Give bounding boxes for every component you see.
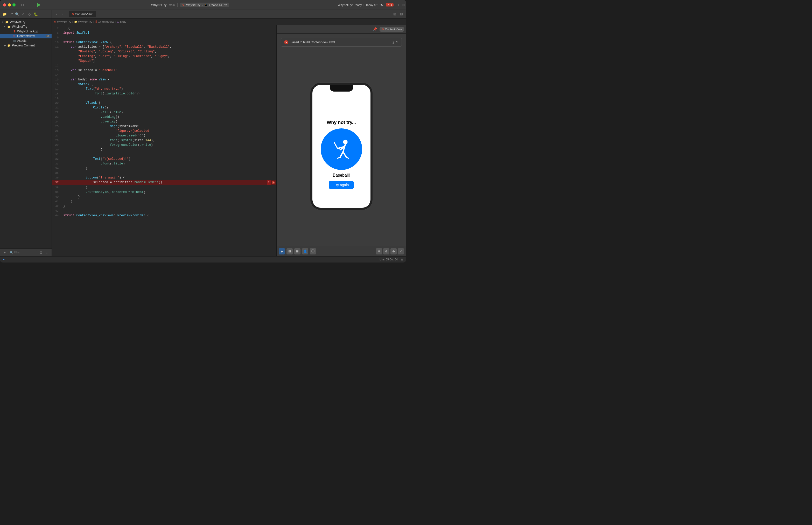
- line-number: 30: [52, 147, 61, 152]
- line-content: VStack {: [61, 101, 276, 105]
- line-content: ): [61, 147, 276, 152]
- source-control-icon[interactable]: ⎇: [8, 12, 14, 17]
- filter-options-icon[interactable]: ⊡: [38, 250, 43, 255]
- folder-icon[interactable]: 📁: [2, 12, 7, 17]
- code-line: 33 .font(.title): [52, 161, 276, 166]
- line-number: 37: [52, 180, 61, 185]
- swift-preview-icon: ⚙: [382, 28, 384, 31]
- breadcrumb-body[interactable]: ⬡ body: [117, 20, 126, 23]
- status-label: WhyNotTry: Ready: [338, 3, 362, 6]
- code-line: 28 .font(.system(size: 144)): [52, 138, 276, 142]
- phone-notch: [330, 85, 353, 92]
- swift-crumb-icon: S: [95, 20, 97, 23]
- error-info-icon[interactable]: ℹ: [393, 40, 394, 44]
- info-preview-button[interactable]: ⓘ: [310, 248, 316, 254]
- line-content: .foregroundColor(.white): [61, 142, 276, 147]
- breadcrumb-whynottry2[interactable]: 📁 WhyNotTry: [74, 20, 92, 23]
- phone-app-title: Why not try...: [327, 120, 356, 125]
- device-preview-button[interactable]: ⊡: [287, 248, 293, 254]
- run-button[interactable]: [35, 2, 43, 8]
- line-content: "Squash"]: [61, 59, 276, 63]
- preview-title-button[interactable]: ⚙ Content View: [380, 27, 404, 32]
- project-subtitle: main: [169, 3, 175, 6]
- layout-icon[interactable]: ⊞: [402, 2, 405, 7]
- warning-icon[interactable]: ⚠: [21, 12, 26, 17]
- sidebar-item-whynottry-root[interactable]: ▾ 📁 WhyNotTry: [0, 20, 51, 25]
- line-number: 15: [52, 77, 61, 82]
- line-content: [61, 63, 276, 68]
- debug-icon[interactable]: 🐛: [33, 12, 39, 17]
- fullscreen-button[interactable]: [13, 3, 16, 6]
- line-number: 21: [52, 105, 61, 110]
- code-editor[interactable]: 7 )) 8 import SwiftUI 9 10: [52, 25, 276, 256]
- try-again-button[interactable]: Try again: [329, 181, 354, 189]
- tab-bar: S ContentView: [69, 11, 96, 17]
- main-area: 📁 ⎇ 🔍 ⚠ ◇ 🐛 ▾ 📁 WhyNotTry ▾ 📁 WhyN: [0, 10, 406, 256]
- error-refresh-icon[interactable]: ↻: [395, 40, 398, 44]
- preview-left-controls: ▶ ⊡ ⊞ 👤 ⓘ: [279, 248, 316, 254]
- line-number: 24: [52, 119, 61, 124]
- code-line: 18 .font(.largeTitle.bold()): [52, 91, 276, 96]
- person-preview-button[interactable]: 👤: [302, 248, 308, 254]
- line-content: Text("Why not try…"): [61, 87, 276, 91]
- code-line: 20 VStack {: [52, 101, 276, 105]
- device-icon: 📱: [204, 3, 208, 6]
- line-number: 23: [52, 115, 61, 119]
- grid-preview-button[interactable]: ⊞: [294, 248, 301, 254]
- line-number: 44: [52, 213, 61, 218]
- code-line: 8 import SwiftUI: [52, 31, 276, 35]
- filter-input[interactable]: 🔍 Filter: [8, 250, 37, 255]
- line-number: 35: [52, 171, 61, 175]
- line-number: 39: [52, 190, 61, 195]
- line-content: .fill(.blue): [61, 110, 276, 115]
- split-editor-icon[interactable]: ⊞: [392, 12, 397, 17]
- sort-icon[interactable]: ↕: [44, 250, 49, 255]
- sidebar-item-assets[interactable]: ◫ Assets: [0, 39, 51, 43]
- code-line: 38 }: [52, 185, 276, 190]
- line-content: VStack {: [61, 82, 276, 87]
- code-line: 42 }: [52, 204, 276, 209]
- breadcrumb-label: WhyNotTry: [78, 20, 92, 23]
- line-content: .buttonStyle(.borderedProminent): [61, 190, 276, 195]
- line-content: import SwiftUI: [61, 31, 276, 35]
- test-icon[interactable]: ◇: [27, 12, 32, 17]
- line-content: struct ContentView_Previews: PreviewProv…: [61, 213, 276, 218]
- preview-toolbar: 📌 ⚙ Content View: [277, 25, 406, 34]
- line-content: var selected = "Baseball": [61, 68, 276, 73]
- sidebar-toggle-icon[interactable]: ⊟: [20, 2, 25, 7]
- play-preview-button[interactable]: ▶: [279, 248, 285, 254]
- breadcrumb-contentview[interactable]: S ContentView: [95, 20, 114, 23]
- line-number: 10: [52, 40, 61, 45]
- close-button[interactable]: [3, 3, 6, 6]
- zoom-in-button[interactable]: ⊕: [376, 248, 382, 254]
- forward-icon[interactable]: ›: [60, 12, 65, 17]
- breadcrumb-whynottry[interactable]: ⚙ WhyNotTry: [54, 20, 71, 23]
- zoom-fit-button[interactable]: ⤢: [398, 248, 404, 254]
- diff-icon[interactable]: ⊟: [399, 12, 404, 17]
- zoom-reset-button[interactable]: ⊙: [383, 248, 389, 254]
- error-icon: ✕: [284, 40, 288, 44]
- search-icon[interactable]: 🔍: [15, 12, 20, 17]
- breadcrumb-sep-2: ›: [93, 20, 94, 23]
- minimize-button[interactable]: [8, 3, 11, 6]
- line-number: 7: [52, 26, 61, 31]
- line-content: [61, 35, 276, 40]
- sidebar-item-whynottry-group[interactable]: ▾ 📁 WhyNotTry: [0, 25, 51, 29]
- sidebar-item-whynottryapp[interactable]: S WhyNotTryApp: [0, 29, 51, 34]
- code-lines: 7 )) 8 import SwiftUI 9 10: [52, 25, 276, 219]
- line-number: 18: [52, 91, 61, 96]
- add-file-icon[interactable]: +: [2, 250, 7, 255]
- pin-icon[interactable]: 📌: [373, 27, 377, 31]
- zoom-out-button[interactable]: ⊖: [390, 248, 397, 254]
- line-number: 28: [52, 138, 61, 142]
- code-line: 44 struct ContentView_Previews: PreviewP…: [52, 213, 276, 218]
- add-editor-icon[interactable]: +: [398, 2, 400, 7]
- sidebar-item-contentview[interactable]: S ContentView M: [0, 34, 51, 39]
- status-indicator: ●: [3, 258, 5, 261]
- tab-contentview[interactable]: S ContentView: [69, 11, 96, 17]
- line-content: var activities = ["Archery", "Baseball",…: [61, 45, 276, 49]
- back-icon[interactable]: ‹: [54, 12, 59, 17]
- scheme-selector[interactable]: ⚙ WhyNotTry › 📱 iPhone 14 Pro: [180, 3, 229, 7]
- sidebar-item-preview-content[interactable]: ▶ 📁 Preview Content: [0, 43, 51, 48]
- swift-icon: S: [13, 34, 16, 38]
